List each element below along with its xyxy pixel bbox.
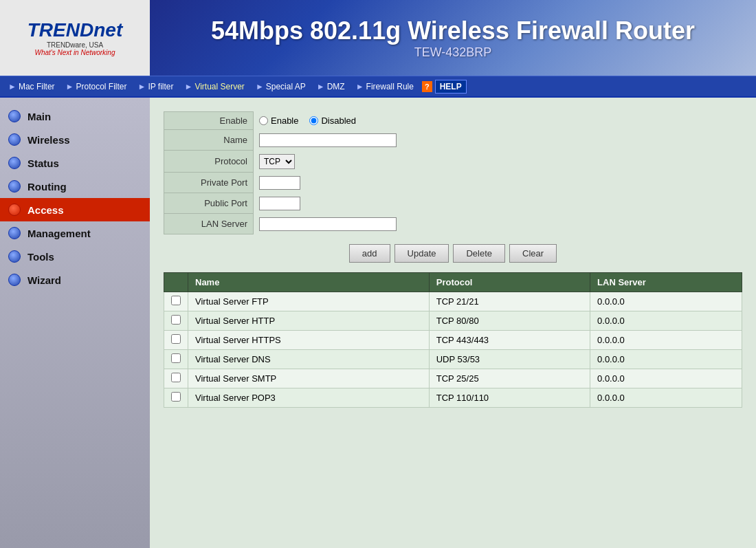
nav-arrow-icon: ► (66, 82, 74, 91)
protocol-label: Protocol (164, 151, 254, 173)
row-name: Virtual Server POP3 (188, 388, 430, 408)
sidebar-item-access[interactable]: Access (0, 198, 150, 221)
private-port-row: Private Port (164, 173, 742, 193)
sidebar-item-wizard[interactable]: Wizard (0, 268, 150, 292)
nav-arrow-icon: ► (8, 82, 16, 91)
lan-server-cell (254, 214, 742, 234)
delete-button[interactable]: Delete (453, 244, 505, 263)
nav-arrow-icon: ► (356, 82, 364, 91)
row-checkbox[interactable] (171, 296, 181, 305)
row-checkbox[interactable] (171, 373, 181, 382)
sidebar-dot-icon (8, 250, 21, 263)
row-checkbox-cell[interactable] (164, 369, 188, 388)
sidebar-item-status[interactable]: Status (0, 151, 150, 175)
sidebar-item-main[interactable]: Main (0, 105, 150, 128)
header-title-area: 54Mbps 802.11g Wireless Firewall Router … (150, 0, 756, 76)
protocol-select[interactable]: TCP UDP Both (259, 154, 295, 169)
sidebar-dot-icon (8, 133, 21, 146)
tab-special-ap[interactable]: ► Special AP (250, 79, 311, 94)
row-checkbox[interactable] (171, 392, 181, 402)
table-header-lan-server: LAN Server (590, 273, 742, 292)
name-row: Name (164, 130, 742, 151)
public-port-cell (254, 193, 742, 214)
table-header-protocol: Protocol (429, 273, 590, 292)
update-button[interactable]: Update (394, 244, 449, 263)
public-port-input[interactable] (259, 197, 300, 210)
row-protocol: TCP 80/80 (429, 311, 590, 331)
table-row: Virtual Server POP3 TCP 110/110 0.0.0.0 (164, 388, 742, 408)
enable-radio[interactable] (259, 116, 268, 125)
row-checkbox-cell[interactable] (164, 331, 188, 350)
row-checkbox-cell[interactable] (164, 388, 188, 408)
table-header-row: Name Protocol LAN Server (164, 273, 742, 292)
disabled-radio-label[interactable]: Disabled (309, 116, 356, 126)
row-lan-server: 0.0.0.0 (590, 292, 742, 311)
sidebar-dot-icon (8, 227, 21, 239)
sidebar-dot-icon (8, 180, 21, 193)
protocol-row: Protocol TCP UDP Both (164, 151, 742, 173)
tab-protocol-filter[interactable]: ► Protocol Filter (60, 79, 133, 94)
main-layout: Main Wireless Status Routing Access Mana… (0, 98, 756, 548)
lan-server-input[interactable] (259, 217, 397, 231)
table-row: Virtual Server HTTPS TCP 443/443 0.0.0.0 (164, 331, 742, 350)
tab-ip-filter[interactable]: ► IP filter (132, 79, 179, 94)
row-name: Virtual Server DNS (188, 350, 430, 369)
virtual-server-form: Enable Enable Disabled (164, 111, 742, 234)
sidebar-dot-icon (8, 157, 21, 169)
lan-server-label: LAN Server (164, 214, 254, 234)
sidebar-item-routing[interactable]: Routing (0, 175, 150, 198)
add-button[interactable]: add (349, 244, 390, 263)
nav-tabs: ► Mac Filter ► Protocol Filter ► IP filt… (0, 76, 756, 98)
logo-area: TRENDnet TRENDware, USA What's Next in N… (0, 0, 150, 76)
sidebar-dot-active-icon (8, 204, 21, 216)
nav-arrow-icon: ► (256, 82, 264, 91)
table-header-check (164, 273, 188, 292)
header-subtitle: TEW-432BRP (414, 45, 492, 60)
enable-radio-group: Enable Disabled (259, 116, 736, 126)
name-label: Name (164, 130, 254, 151)
table-row: Virtual Server SMTP TCP 25/25 0.0.0.0 (164, 369, 742, 388)
sidebar-item-wireless[interactable]: Wireless (0, 128, 150, 151)
sidebar-dot-icon (8, 274, 21, 286)
enable-label: Enable (164, 112, 254, 130)
sidebar-dot-icon (8, 110, 21, 122)
row-lan-server: 0.0.0.0 (590, 350, 742, 369)
tab-dmz[interactable]: ► DMZ (311, 79, 351, 94)
tab-mac-filter[interactable]: ► Mac Filter (3, 79, 60, 94)
row-name: Virtual Server HTTPS (188, 331, 430, 350)
content-area: Enable Enable Disabled (150, 98, 756, 548)
tab-virtual-server[interactable]: ► Virtual Server (179, 79, 250, 94)
row-protocol: TCP 21/21 (429, 292, 590, 311)
sidebar-item-tools[interactable]: Tools (0, 245, 150, 268)
row-checkbox[interactable] (171, 334, 181, 344)
help-button[interactable]: HELP (435, 80, 467, 94)
help-icon: ? (422, 81, 432, 92)
public-port-row: Public Port (164, 193, 742, 214)
private-port-label: Private Port (164, 173, 254, 193)
disabled-radio[interactable] (309, 116, 318, 125)
name-input[interactable] (259, 133, 397, 147)
clear-button[interactable]: Clear (509, 244, 557, 263)
name-cell (254, 130, 742, 151)
row-protocol: TCP 110/110 (429, 388, 590, 408)
row-name: Virtual Server SMTP (188, 369, 430, 388)
table-row: Virtual Server DNS UDP 53/53 0.0.0.0 (164, 350, 742, 369)
row-lan-server: 0.0.0.0 (590, 311, 742, 331)
row-protocol: UDP 53/53 (429, 350, 590, 369)
enable-radio-label[interactable]: Enable (259, 116, 298, 126)
nav-arrow-icon: ► (317, 82, 325, 91)
row-checkbox[interactable] (171, 315, 181, 325)
row-lan-server: 0.0.0.0 (590, 369, 742, 388)
row-checkbox-cell[interactable] (164, 292, 188, 311)
sidebar-item-management[interactable]: Management (0, 221, 150, 245)
tab-firewall-rule[interactable]: ► Firewall Rule (351, 79, 419, 94)
row-checkbox-cell[interactable] (164, 350, 188, 369)
enable-cell: Enable Disabled (254, 112, 742, 130)
header: TRENDnet TRENDware, USA What's Next in N… (0, 0, 756, 76)
private-port-input[interactable] (259, 176, 300, 190)
logo-text: TRENDnet (27, 19, 122, 41)
row-lan-server: 0.0.0.0 (590, 331, 742, 350)
header-title: 54Mbps 802.11g Wireless Firewall Router (211, 17, 695, 45)
row-checkbox[interactable] (171, 353, 181, 363)
row-checkbox-cell[interactable] (164, 311, 188, 331)
